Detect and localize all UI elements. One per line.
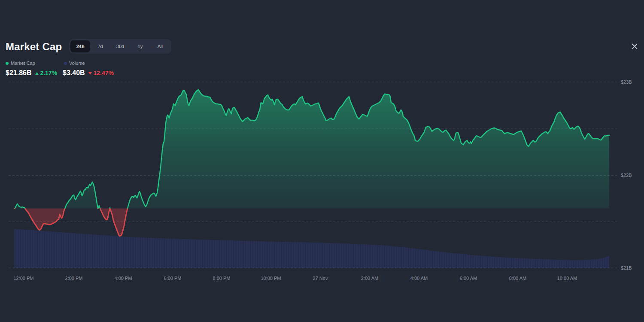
svg-text:$22B: $22B (621, 173, 632, 178)
svg-text:4:00 PM: 4:00 PM (115, 276, 132, 281)
svg-text:4:00 AM: 4:00 AM (410, 276, 428, 281)
svg-text:10:00 PM: 10:00 PM (261, 276, 281, 281)
svg-text:12:00 PM: 12:00 PM (13, 276, 33, 281)
svg-text:10:00 AM: 10:00 AM (557, 276, 577, 281)
svg-text:$23B: $23B (621, 79, 632, 85)
svg-text:2:00 PM: 2:00 PM (65, 276, 83, 281)
svg-text:8:00 PM: 8:00 PM (213, 276, 231, 281)
svg-text:$21B: $21B (621, 265, 632, 270)
svg-text:6:00 PM: 6:00 PM (164, 276, 182, 281)
svg-text:2:00 AM: 2:00 AM (361, 276, 378, 281)
svg-text:6:00 AM: 6:00 AM (460, 276, 477, 281)
svg-text:8:00 AM: 8:00 AM (509, 276, 526, 281)
svg-text:27 Nov: 27 Nov (313, 276, 328, 281)
